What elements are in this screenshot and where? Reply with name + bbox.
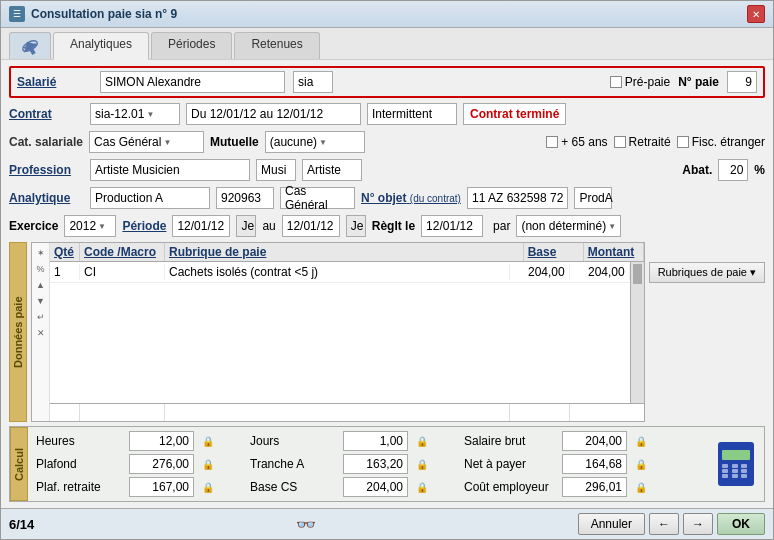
salarie-code-field[interactable]: sia <box>293 71 333 93</box>
calcul-inner: Heures 12,00 🔒 Jours 1,00 🔒 Salaire brut… <box>28 427 708 501</box>
cat-dropdown-arrow: ▼ <box>163 138 171 147</box>
analytique-cas[interactable]: Cas Général <box>280 187 355 209</box>
plaf-retraite-lock[interactable]: 🔒 <box>202 482 214 493</box>
table-scrollbar[interactable] <box>630 262 644 403</box>
cout-employeur-label: Coût employeur <box>464 480 554 494</box>
au-label: au <box>262 219 275 233</box>
net-payer-lock[interactable]: 🔒 <box>635 459 647 470</box>
analytique-field[interactable]: Production A <box>90 187 210 209</box>
base-cs-lock[interactable]: 🔒 <box>416 482 428 493</box>
tab-periodes[interactable]: Périodes <box>151 32 232 59</box>
table-footer <box>50 403 644 421</box>
abat-field[interactable]: 20 <box>718 159 748 181</box>
col-base: Base <box>524 243 584 261</box>
abat-unit: % <box>754 163 765 177</box>
col-montant: Montant <box>584 243 644 261</box>
exercice-dropdown[interactable]: 2012 ▼ <box>64 215 116 237</box>
bottom-bar: 6/14 👓 Annuler ← → OK <box>1 508 773 539</box>
salaire-brut-lock[interactable]: 🔒 <box>635 436 647 447</box>
mutuelle-dropdown[interactable]: (aucune) ▼ <box>265 131 365 153</box>
prepaid-checkbox-group: Pré-paie <box>610 75 670 89</box>
prod-code[interactable]: ProdA <box>574 187 612 209</box>
btn-star[interactable]: ✶ <box>32 245 49 261</box>
profession-row: Profession Artiste Musicien Musi Artiste… <box>9 158 765 182</box>
periode-to-code: Je <box>346 215 366 237</box>
contrat-period: Du 12/01/12 au 12/01/12 <box>186 103 361 125</box>
table-header: Qté Code /Macro Rubrique de paie Base Mo… <box>50 243 644 262</box>
salaire-brut-field[interactable]: 204,00 <box>562 431 627 451</box>
periode-from-code: Je <box>236 215 256 237</box>
base-cs-field[interactable]: 204,00 <box>343 477 408 497</box>
annuler-button[interactable]: Annuler <box>578 513 645 535</box>
contrat-dropdown-arrow: ▼ <box>146 110 154 119</box>
btn-enter[interactable]: ↵ <box>32 309 49 325</box>
table-rows: 1 CI Cachets isolés (contrat <5 j) 204,0… <box>50 262 630 403</box>
par-dropdown-arrow: ▼ <box>608 222 616 231</box>
table-row[interactable]: 1 CI Cachets isolés (contrat <5 j) 204,0… <box>50 262 630 283</box>
exercice-dropdown-arrow: ▼ <box>98 222 106 231</box>
btn-percent[interactable]: % <box>32 261 49 277</box>
salarie-name-field[interactable]: SIMON Alexandre <box>100 71 285 93</box>
net-payer-field[interactable]: 164,68 <box>562 454 627 474</box>
close-button[interactable]: ✕ <box>747 5 765 23</box>
jours-lock[interactable]: 🔒 <box>416 436 428 447</box>
rubriques-button[interactable]: Rubriques de paie ▾ <box>649 262 765 283</box>
profession-code1[interactable]: Musi <box>256 159 296 181</box>
contrat-status: Contrat terminé <box>463 103 566 125</box>
plus65-checkbox[interactable] <box>546 136 558 148</box>
btn-down[interactable]: ▼ <box>32 293 49 309</box>
paie-num-label: N° paie <box>678 75 719 89</box>
periode-to[interactable]: 12/01/12 <box>282 215 340 237</box>
paie-num-field[interactable]: 9 <box>727 71 757 93</box>
analytique-code[interactable]: 920963 <box>216 187 274 209</box>
salarie-row: Salarié SIMON Alexandre sia Pré-paie N° … <box>9 66 765 98</box>
tab-icon[interactable] <box>9 32 51 59</box>
fisc-group: Fisc. étranger <box>677 135 765 149</box>
cell-montant: 204,00 <box>570 264 630 280</box>
airplane-icon <box>20 37 40 55</box>
heures-field[interactable]: 12,00 <box>129 431 194 451</box>
plafond-field[interactable]: 276,00 <box>129 454 194 474</box>
num-objet-label: N° objet (du contrat) <box>361 191 461 205</box>
prepaid-checkbox[interactable] <box>610 76 622 88</box>
col-rubrique: Rubrique de paie <box>165 243 524 261</box>
jours-field[interactable]: 1,00 <box>343 431 408 451</box>
title-bar: ☰ Consultation paie sia n° 9 ✕ <box>1 1 773 28</box>
page-info: 6/14 <box>9 517 34 532</box>
app-icon: ☰ <box>9 6 25 22</box>
tab-analytiques[interactable]: Analytiques <box>53 32 149 60</box>
par-dropdown[interactable]: (non déterminé) ▼ <box>516 215 621 237</box>
table-content: Qté Code /Macro Rubrique de paie Base Mo… <box>50 243 644 421</box>
periode-from[interactable]: 12/01/12 <box>172 215 230 237</box>
contrat-row: Contrat sia-12.01 ▼ Du 12/01/12 au 12/01… <box>9 102 765 126</box>
heures-lock[interactable]: 🔒 <box>202 436 214 447</box>
regle-value[interactable]: 12/01/12 <box>421 215 483 237</box>
bottom-right: Annuler ← → OK <box>578 513 765 535</box>
profession-code2[interactable]: Artiste <box>302 159 362 181</box>
tab-retenues[interactable]: Retenues <box>234 32 319 59</box>
num-objet-value[interactable]: 11 AZ 632598 72 <box>467 187 568 209</box>
profession-field[interactable]: Artiste Musicien <box>90 159 250 181</box>
btn-delete[interactable]: ✕ <box>32 325 49 341</box>
cat-dropdown[interactable]: Cas Général ▼ <box>89 131 204 153</box>
cout-employeur-field[interactable]: 296,01 <box>562 477 627 497</box>
cout-employeur-lock[interactable]: 🔒 <box>635 482 647 493</box>
right-panel: Rubriques de paie ▾ <box>649 242 765 422</box>
tranche-a-lock[interactable]: 🔒 <box>416 459 428 470</box>
prev-button[interactable]: ← <box>649 513 679 535</box>
abat-label: Abat. <box>682 163 712 177</box>
tranche-a-field[interactable]: 163,20 <box>343 454 408 474</box>
fisc-label: Fisc. étranger <box>692 135 765 149</box>
btn-up[interactable]: ▲ <box>32 277 49 293</box>
plaf-retraite-field[interactable]: 167,00 <box>129 477 194 497</box>
plus65-label: + 65 ans <box>561 135 607 149</box>
next-button[interactable]: → <box>683 513 713 535</box>
ok-button[interactable]: OK <box>717 513 765 535</box>
retraite-checkbox[interactable] <box>614 136 626 148</box>
calculator-icon[interactable] <box>718 442 754 486</box>
plafond-lock[interactable]: 🔒 <box>202 459 214 470</box>
retraite-group: Retraité <box>614 135 671 149</box>
fisc-checkbox[interactable] <box>677 136 689 148</box>
contrat-dropdown[interactable]: sia-12.01 ▼ <box>90 103 180 125</box>
main-content: Salarié SIMON Alexandre sia Pré-paie N° … <box>1 60 773 508</box>
